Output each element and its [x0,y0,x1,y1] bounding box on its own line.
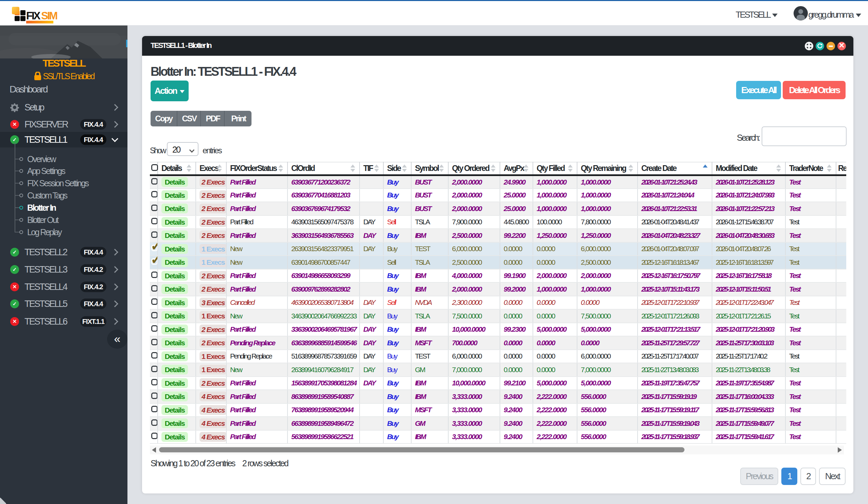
svg-text:SIM: SIM [41,10,57,22]
svg-text:FIX: FIX [26,10,41,22]
